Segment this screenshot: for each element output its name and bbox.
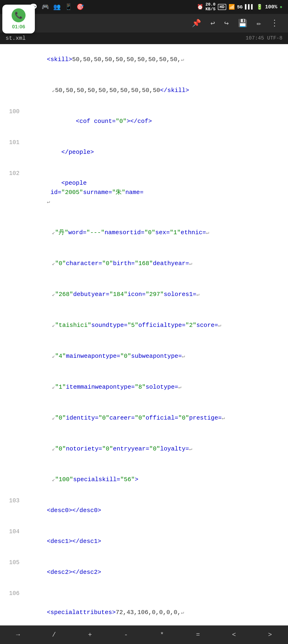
pin-button[interactable]: 📌	[192, 18, 201, 28]
file-name: st.xml	[6, 35, 26, 41]
alarm-icon: ⏰	[197, 4, 203, 10]
code-line-102-c5: ↙"4"mainweapontype="0"subweapontype=↵	[0, 341, 288, 372]
code-line-102-c3: ↙"268"debutyear="184"icon="297"solores1=…	[0, 279, 288, 310]
code-line-102-c6: ↙"1"itemmainweapontype="8"solotype=↵	[0, 372, 288, 402]
wifi-icon: 📶	[228, 4, 235, 10]
greater-than-button[interactable]: >	[264, 629, 276, 641]
code-line-102: 102 <people id="2005"surname="朱"name= ↵	[0, 168, 288, 217]
code-line-101: 101 </people>	[0, 137, 288, 168]
slash-button[interactable]: /	[48, 629, 60, 641]
call-popup[interactable]: 📞 01:06	[2, 5, 35, 34]
code-line-102-c9: ↙"100"specialskill="56">	[0, 464, 288, 495]
code-area: <skill>50,50,50,50,50,50,50,50,50,50,↵ ↙…	[0, 44, 288, 644]
code-line-100: 100 <cof count="0"></cof>	[0, 106, 288, 137]
call-timer: 01:06	[12, 24, 25, 30]
bottom-toolbar: → / + - * = < >	[0, 626, 288, 644]
hd-badge: HD	[218, 4, 226, 10]
code-line-102-c1: ↙"丹"word="---"namesortid="0"sex="1"ethni…	[0, 217, 288, 248]
minus-button[interactable]: -	[120, 629, 132, 641]
code-line-102-c4: ↙"taishici"soundtype="5"officialtype="2"…	[0, 310, 288, 341]
code-line-104: 104 <desc1></desc1>	[0, 526, 288, 557]
signal-bars: ▌▌▌	[245, 4, 254, 10]
app-icon-1: 🎮	[42, 3, 49, 11]
save-button[interactable]: 💾	[238, 18, 247, 28]
edit-button[interactable]: ✏️	[257, 18, 261, 28]
code-line-102-c8: ↙"0"notoriety="0"entryyear="0"loyalty=↵	[0, 433, 288, 464]
speed-indicator: 20.0KB/S	[206, 2, 216, 12]
redo-button[interactable]: ↪	[224, 18, 228, 28]
status-bar: 14:06 💬 🎮 👥 📱 🎯 ⏰ 20.0KB/S HD 📶 5G ▌▌▌ 🔋…	[0, 0, 288, 14]
file-tab: st.xml 107:45 UTF-8	[0, 32, 288, 44]
active-dot: ●	[280, 4, 282, 10]
asterisk-button[interactable]: *	[156, 629, 168, 641]
code-line-102-c7: ↙"0"identity="0"career="0"official="0"pr…	[0, 402, 288, 433]
code-line-105: 105 <desc2></desc2>	[0, 557, 288, 588]
less-than-button[interactable]: <	[228, 629, 240, 641]
code-line-106: 106 <specialattributes>72,43,106,0,0,0,0…	[0, 588, 288, 628]
app-icon-3: 📱	[65, 3, 72, 11]
equals-button[interactable]: =	[192, 629, 204, 641]
call-icon: 📞	[12, 8, 26, 22]
code-line-skill-2: ↙50,50,50,50,50,50,50,50,50,50</skill>	[0, 75, 288, 106]
code-line-103: 103 <desc0></desc0>	[0, 495, 288, 526]
code-line-skill-1: <skill>50,50,50,50,50,50,50,50,50,50,↵	[0, 44, 288, 75]
toolbar-center: 📌 ↩ ↪ 💾 ✏️ ⋮	[192, 18, 279, 28]
battery-icon: 🔋	[256, 4, 263, 10]
app-icon-2: 👥	[53, 3, 60, 11]
app-icon-4: 🎯	[76, 3, 84, 11]
plus-button[interactable]: +	[84, 629, 96, 641]
undo-button[interactable]: ↩	[210, 18, 215, 28]
battery-level: 100%	[265, 4, 277, 10]
file-info: 107:45 UTF-8	[246, 35, 282, 41]
5g-icon: 5G	[237, 4, 243, 10]
code-line-102-c2: ↙"0"character="0"birth="168"deathyear=↵	[0, 248, 288, 279]
more-menu-button[interactable]: ⋮	[270, 18, 279, 28]
toolbar: 📌 ↩ ↪ 💾 ✏️ ⋮	[0, 14, 288, 32]
arrow-right-button[interactable]: →	[12, 629, 24, 641]
